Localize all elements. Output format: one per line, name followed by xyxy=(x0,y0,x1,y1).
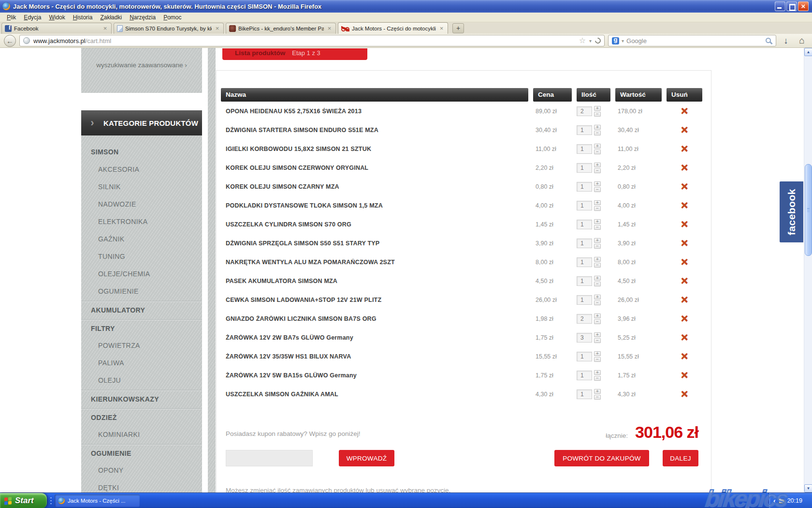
sidebar-item-oleje-chemia[interactable]: OLEJE/CHEMIA xyxy=(81,265,202,283)
quantity-decrease-button[interactable] xyxy=(594,149,601,154)
menu-pomoc[interactable]: Pomoc xyxy=(160,13,185,22)
quantity-decrease-button[interactable] xyxy=(594,357,601,362)
delete-item-icon[interactable] xyxy=(681,370,688,379)
menu-plik[interactable]: Plik xyxy=(3,13,20,22)
scrollbar-thumb[interactable] xyxy=(805,164,812,256)
url-dropdown-icon[interactable] xyxy=(589,38,592,44)
tab-motorcycle[interactable]: Jack Motors - Części do motocykli, motor… xyxy=(338,22,448,34)
sidebar-item-gaźnik[interactable]: GAŹNIK xyxy=(81,230,202,248)
bookmark-star-icon[interactable] xyxy=(579,37,586,45)
quantity-input[interactable] xyxy=(577,125,592,135)
start-button[interactable]: Start xyxy=(0,493,47,508)
sidebar-item-simson[interactable]: SIMSON xyxy=(81,143,202,161)
sidebar-item-filtry[interactable]: FILTRY xyxy=(81,319,202,337)
quantity-input[interactable] xyxy=(577,295,592,305)
tab-facebook[interactable]: Facebook xyxy=(1,23,112,34)
downloads-button[interactable] xyxy=(780,35,792,47)
home-button[interactable] xyxy=(796,35,808,47)
tab-page[interactable]: Simson S70 Enduro Turystyk, by kk_endu..… xyxy=(114,23,224,34)
quantity-input[interactable] xyxy=(577,201,592,210)
vertical-scrollbar[interactable] xyxy=(804,48,812,493)
quantity-increase-button[interactable] xyxy=(594,370,601,375)
quantity-decrease-button[interactable] xyxy=(594,376,601,381)
sidebar-item-elektronika[interactable]: ELEKTRONIKA xyxy=(81,213,202,230)
quantity-increase-button[interactable] xyxy=(594,257,601,262)
delete-item-icon[interactable] xyxy=(681,181,688,191)
menu-narzędzia[interactable]: Narzędzia xyxy=(126,13,160,22)
reload-icon[interactable] xyxy=(594,37,602,45)
close-button[interactable] xyxy=(798,1,809,11)
search-engine-dropdown-icon[interactable] xyxy=(622,38,624,44)
sidebar-item-oleju[interactable]: OLEJU xyxy=(81,372,202,389)
sidebar-item-kierunkowskazy[interactable]: KIERUNKOWSKAZY xyxy=(81,390,202,407)
sidebar-item-nadwozie[interactable]: NADWOZIE xyxy=(81,195,202,213)
delete-item-icon[interactable] xyxy=(681,313,688,323)
sidebar-item-silnik[interactable]: SILNIK xyxy=(81,178,202,195)
quantity-input[interactable] xyxy=(577,220,592,229)
quantity-input[interactable] xyxy=(577,239,592,248)
delete-item-icon[interactable] xyxy=(681,351,688,360)
delete-item-icon[interactable] xyxy=(681,219,688,228)
tab-close-icon[interactable] xyxy=(438,26,445,31)
advanced-search-link[interactable]: wyszukiwanie zaawansowane › xyxy=(81,61,202,69)
delete-item-icon[interactable] xyxy=(681,143,688,153)
delete-item-icon[interactable] xyxy=(681,238,688,247)
tray-app-icon[interactable] xyxy=(779,498,784,504)
delete-item-icon[interactable] xyxy=(681,332,688,342)
quantity-input[interactable] xyxy=(577,352,592,361)
quantity-input[interactable] xyxy=(577,257,592,267)
menu-widok[interactable]: Widok xyxy=(45,13,69,22)
quantity-increase-button[interactable] xyxy=(594,332,601,337)
tray-expand-icon[interactable] xyxy=(773,497,776,505)
quantity-input[interactable] xyxy=(577,144,592,154)
quantity-increase-button[interactable] xyxy=(594,219,601,224)
quantity-decrease-button[interactable] xyxy=(594,206,601,211)
coupon-input[interactable] xyxy=(226,450,313,466)
next-step-button[interactable]: DALEJ xyxy=(663,450,698,466)
quantity-input[interactable] xyxy=(577,389,592,399)
search-bar[interactable]: Google xyxy=(608,35,776,46)
sidebar-item-dętki[interactable]: DĘTKI xyxy=(81,479,202,493)
sidebar-item-opony[interactable]: OPONY xyxy=(81,462,202,479)
sidebar-item-powietrza[interactable]: POWIETRZA xyxy=(81,337,202,354)
delete-item-icon[interactable] xyxy=(681,124,688,134)
quantity-increase-button[interactable] xyxy=(594,389,601,394)
quantity-increase-button[interactable] xyxy=(594,295,601,299)
minimize-button[interactable] xyxy=(775,1,785,11)
delete-item-icon[interactable] xyxy=(681,275,688,285)
quantity-input[interactable] xyxy=(577,163,592,173)
quantity-input[interactable] xyxy=(577,276,592,286)
quantity-increase-button[interactable] xyxy=(594,314,601,318)
quantity-decrease-button[interactable] xyxy=(594,225,601,230)
quantity-input[interactable] xyxy=(577,106,592,116)
delete-item-icon[interactable] xyxy=(681,162,688,172)
quantity-decrease-button[interactable] xyxy=(594,187,601,192)
sidebar-item-tuning[interactable]: TUNING xyxy=(81,248,202,265)
quantity-increase-button[interactable] xyxy=(594,238,601,243)
tab-close-icon[interactable] xyxy=(326,26,333,31)
quantity-increase-button[interactable] xyxy=(594,106,601,111)
delete-item-icon[interactable] xyxy=(681,256,688,266)
delete-item-icon[interactable] xyxy=(681,294,688,304)
quantity-decrease-button[interactable] xyxy=(594,131,601,135)
tab-bikepics[interactable]: BikePics - kk_enduro's Member Page on Bi… xyxy=(226,23,336,34)
back-to-shopping-button[interactable]: POWRÓT DO ZAKUPÓW xyxy=(554,450,649,466)
sidebar-item-akumulatory[interactable]: AKUMULATORY xyxy=(81,301,202,318)
search-icon[interactable] xyxy=(765,37,772,45)
tab-close-icon[interactable] xyxy=(214,26,220,31)
quantity-increase-button[interactable] xyxy=(594,276,601,281)
quantity-increase-button[interactable] xyxy=(594,163,601,167)
delete-item-icon[interactable] xyxy=(681,388,688,398)
delete-item-icon[interactable] xyxy=(681,200,688,209)
sidebar-item-ogumienie[interactable]: OGUMIENIE xyxy=(81,444,202,462)
sidebar-item-akcesoria[interactable]: AKCESORIA xyxy=(81,161,202,178)
facebook-ribbon[interactable]: facebook xyxy=(780,181,803,242)
quantity-input[interactable] xyxy=(577,314,592,324)
back-button[interactable] xyxy=(4,35,16,47)
quantity-decrease-button[interactable] xyxy=(594,112,601,117)
menu-historia[interactable]: Historia xyxy=(69,13,97,22)
quantity-decrease-button[interactable] xyxy=(594,338,601,343)
sidebar-item-kominiarki[interactable]: KOMINIARKI xyxy=(81,426,202,443)
quantity-decrease-button[interactable] xyxy=(594,244,601,249)
quantity-increase-button[interactable] xyxy=(594,351,601,356)
